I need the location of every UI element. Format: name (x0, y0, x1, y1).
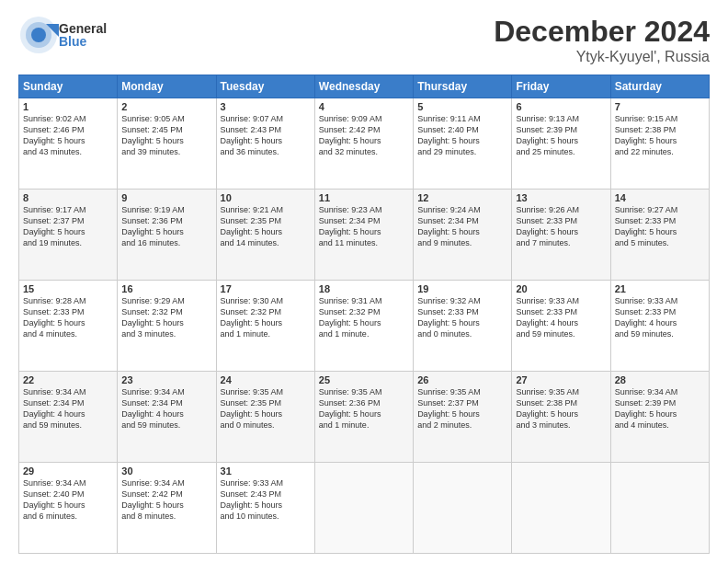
day-number: 9 (121, 192, 211, 203)
day-info: Sunrise: 9:13 AMSunset: 2:39 PMDaylight:… (516, 113, 606, 158)
calendar-cell: 18Sunrise: 9:31 AMSunset: 2:32 PMDayligh… (314, 281, 413, 372)
calendar-cell: 3Sunrise: 9:07 AMSunset: 2:43 PMDaylight… (216, 98, 314, 190)
weekday-saturday: Saturday (610, 75, 709, 98)
day-number: 26 (417, 374, 507, 385)
day-number: 1 (23, 101, 113, 112)
calendar-header: SundayMondayTuesdayWednesdayThursdayFrid… (19, 75, 710, 98)
calendar-cell: 23Sunrise: 9:34 AMSunset: 2:34 PMDayligh… (118, 372, 216, 463)
calendar-cell (314, 463, 413, 554)
calendar-cell: 30Sunrise: 9:34 AMSunset: 2:42 PMDayligh… (118, 463, 216, 554)
calendar-cell: 14Sunrise: 9:27 AMSunset: 2:33 PMDayligh… (610, 190, 709, 281)
day-info: Sunrise: 9:28 AMSunset: 2:33 PMDaylight:… (23, 295, 113, 340)
day-info: Sunrise: 9:34 AMSunset: 2:34 PMDaylight:… (23, 386, 113, 431)
logo: General Blue (18, 15, 107, 55)
calendar-week-5: 29Sunrise: 9:34 AMSunset: 2:40 PMDayligh… (19, 463, 710, 554)
day-number: 25 (319, 374, 409, 385)
calendar-cell: 2Sunrise: 9:05 AMSunset: 2:45 PMDaylight… (118, 98, 216, 190)
calendar-week-3: 15Sunrise: 9:28 AMSunset: 2:33 PMDayligh… (19, 281, 710, 372)
day-info: Sunrise: 9:35 AMSunset: 2:38 PMDaylight:… (516, 386, 606, 431)
day-number: 8 (23, 192, 113, 203)
calendar-cell: 9Sunrise: 9:19 AMSunset: 2:36 PMDaylight… (118, 190, 216, 281)
weekday-tuesday: Tuesday (216, 75, 314, 98)
day-info: Sunrise: 9:09 AMSunset: 2:42 PMDaylight:… (319, 113, 409, 158)
calendar-cell: 15Sunrise: 9:28 AMSunset: 2:33 PMDayligh… (19, 281, 118, 372)
day-number: 11 (319, 192, 409, 203)
calendar-cell: 20Sunrise: 9:33 AMSunset: 2:33 PMDayligh… (512, 281, 610, 372)
day-number: 23 (121, 374, 211, 385)
svg-point-2 (31, 28, 46, 42)
logo-label: General Blue (59, 22, 107, 48)
day-info: Sunrise: 9:34 AMSunset: 2:39 PMDaylight:… (615, 386, 705, 431)
day-number: 16 (121, 283, 211, 294)
day-info: Sunrise: 9:30 AMSunset: 2:32 PMDaylight:… (221, 295, 311, 340)
calendar-cell: 8Sunrise: 9:17 AMSunset: 2:37 PMDaylight… (19, 190, 118, 281)
calendar-cell: 6Sunrise: 9:13 AMSunset: 2:39 PMDaylight… (512, 98, 610, 190)
calendar-cell: 1Sunrise: 9:02 AMSunset: 2:46 PMDaylight… (19, 98, 118, 190)
day-info: Sunrise: 9:17 AMSunset: 2:37 PMDaylight:… (23, 204, 113, 249)
day-number: 15 (23, 283, 113, 294)
calendar-cell: 5Sunrise: 9:11 AMSunset: 2:40 PMDaylight… (414, 98, 512, 190)
page: General Blue December 2024 Ytyk-Kyuyel',… (0, 0, 728, 563)
day-number: 4 (319, 101, 409, 112)
day-info: Sunrise: 9:33 AMSunset: 2:43 PMDaylight:… (221, 477, 311, 523)
calendar-table: SundayMondayTuesdayWednesdayThursdayFrid… (18, 75, 710, 554)
day-info: Sunrise: 9:32 AMSunset: 2:33 PMDaylight:… (417, 295, 507, 340)
day-info: Sunrise: 9:19 AMSunset: 2:36 PMDaylight:… (121, 204, 211, 249)
calendar-cell: 28Sunrise: 9:34 AMSunset: 2:39 PMDayligh… (610, 372, 709, 463)
calendar-cell: 19Sunrise: 9:32 AMSunset: 2:33 PMDayligh… (414, 281, 512, 372)
calendar-cell: 11Sunrise: 9:23 AMSunset: 2:34 PMDayligh… (314, 190, 413, 281)
day-number: 31 (221, 465, 311, 477)
day-number: 13 (516, 192, 606, 203)
day-number: 30 (121, 465, 211, 477)
day-info: Sunrise: 9:35 AMSunset: 2:36 PMDaylight:… (319, 386, 409, 431)
day-info: Sunrise: 9:21 AMSunset: 2:35 PMDaylight:… (221, 204, 311, 249)
day-info: Sunrise: 9:24 AMSunset: 2:34 PMDaylight:… (417, 204, 507, 249)
day-number: 3 (221, 101, 311, 112)
calendar-cell: 12Sunrise: 9:24 AMSunset: 2:34 PMDayligh… (414, 190, 512, 281)
calendar-cell: 25Sunrise: 9:35 AMSunset: 2:36 PMDayligh… (314, 372, 413, 463)
day-info: Sunrise: 9:34 AMSunset: 2:34 PMDaylight:… (121, 386, 211, 431)
day-info: Sunrise: 9:34 AMSunset: 2:40 PMDaylight:… (23, 477, 113, 523)
calendar-cell: 10Sunrise: 9:21 AMSunset: 2:35 PMDayligh… (216, 190, 314, 281)
calendar-body: 1Sunrise: 9:02 AMSunset: 2:46 PMDaylight… (19, 98, 710, 554)
day-info: Sunrise: 9:27 AMSunset: 2:33 PMDaylight:… (615, 204, 705, 249)
calendar-cell: 17Sunrise: 9:30 AMSunset: 2:32 PMDayligh… (216, 281, 314, 372)
day-number: 2 (121, 101, 211, 112)
calendar-cell: 26Sunrise: 9:35 AMSunset: 2:37 PMDayligh… (414, 372, 512, 463)
calendar-cell: 22Sunrise: 9:34 AMSunset: 2:34 PMDayligh… (19, 372, 118, 463)
weekday-wednesday: Wednesday (314, 75, 413, 98)
calendar-week-2: 8Sunrise: 9:17 AMSunset: 2:37 PMDaylight… (19, 190, 710, 281)
weekday-monday: Monday (118, 75, 216, 98)
day-number: 17 (221, 283, 311, 294)
day-number: 6 (516, 101, 606, 112)
title-block: December 2024 Ytyk-Kyuyel', Russia (494, 15, 710, 65)
day-info: Sunrise: 9:15 AMSunset: 2:38 PMDaylight:… (615, 113, 705, 158)
day-number: 29 (23, 465, 113, 477)
day-info: Sunrise: 9:07 AMSunset: 2:43 PMDaylight:… (221, 113, 311, 158)
day-number: 24 (221, 374, 311, 385)
day-number: 7 (615, 101, 705, 112)
day-number: 18 (319, 283, 409, 294)
day-info: Sunrise: 9:05 AMSunset: 2:45 PMDaylight:… (121, 113, 211, 158)
day-info: Sunrise: 9:26 AMSunset: 2:33 PMDaylight:… (516, 204, 606, 249)
day-number: 21 (615, 283, 705, 294)
weekday-header-row: SundayMondayTuesdayWednesdayThursdayFrid… (19, 75, 710, 98)
calendar-cell (610, 463, 709, 554)
calendar-title: December 2024 (494, 15, 710, 49)
day-number: 22 (23, 374, 113, 385)
day-info: Sunrise: 9:31 AMSunset: 2:32 PMDaylight:… (319, 295, 409, 340)
calendar-cell: 16Sunrise: 9:29 AMSunset: 2:32 PMDayligh… (118, 281, 216, 372)
day-info: Sunrise: 9:35 AMSunset: 2:35 PMDaylight:… (221, 386, 311, 431)
day-info: Sunrise: 9:02 AMSunset: 2:46 PMDaylight:… (23, 113, 113, 158)
calendar-cell: 29Sunrise: 9:34 AMSunset: 2:40 PMDayligh… (19, 463, 118, 554)
day-info: Sunrise: 9:34 AMSunset: 2:42 PMDaylight:… (121, 477, 211, 523)
day-number: 14 (615, 192, 705, 203)
day-number: 19 (417, 283, 507, 294)
calendar-cell: 4Sunrise: 9:09 AMSunset: 2:42 PMDaylight… (314, 98, 413, 190)
calendar-cell: 21Sunrise: 9:33 AMSunset: 2:33 PMDayligh… (610, 281, 709, 372)
day-number: 27 (516, 374, 606, 385)
calendar-subtitle: Ytyk-Kyuyel', Russia (494, 49, 710, 65)
day-info: Sunrise: 9:23 AMSunset: 2:34 PMDaylight:… (319, 204, 409, 249)
calendar-cell: 24Sunrise: 9:35 AMSunset: 2:35 PMDayligh… (216, 372, 314, 463)
day-number: 10 (221, 192, 311, 203)
